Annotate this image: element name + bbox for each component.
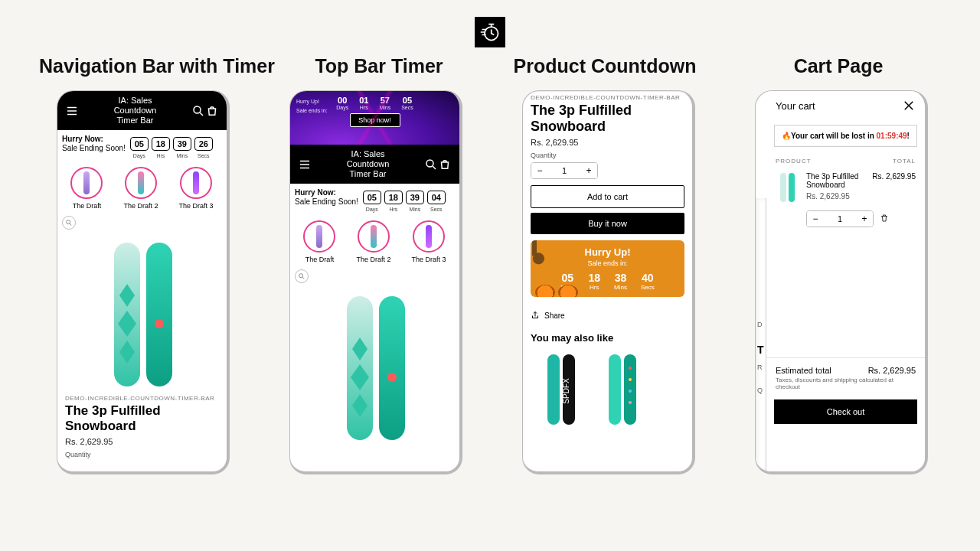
hamburger-icon[interactable] bbox=[65, 104, 79, 118]
recommendation-item[interactable]: SPDFX bbox=[546, 353, 577, 426]
timer-hrs: 18Hrs bbox=[152, 137, 170, 151]
timer-mins: 57Mins bbox=[379, 96, 390, 110]
cart-line-item: The 3p Fulfilled Snowboard Rs. 2,629.95 … bbox=[766, 168, 925, 207]
quantity-stepper[interactable]: − 1 + bbox=[806, 210, 874, 227]
phone-topbar-timer: Hurry Up!Sale ends in: 00Days 01Hrs 57Mi… bbox=[289, 90, 462, 474]
section-heading-product-countdown: Product Countdown bbox=[490, 55, 720, 77]
svg-point-22 bbox=[629, 367, 632, 370]
timer-hrs: 18Hrs bbox=[384, 191, 403, 204]
cart-item-title: The 3p Fulfilled Snowboard bbox=[806, 172, 866, 189]
phone-nav-timer: IA: Sales Countdown Timer Bar Hurry Now:… bbox=[57, 90, 230, 474]
timer-secs: 26Secs bbox=[194, 137, 213, 151]
countdown-text: Hurry Now:Sale Ending Soon! bbox=[62, 135, 126, 153]
qty-value: 1 bbox=[824, 211, 856, 227]
svg-point-16 bbox=[387, 373, 397, 382]
timer-mins: 38Mins bbox=[614, 272, 627, 291]
checkout-button[interactable]: Check out bbox=[774, 399, 917, 424]
svg-text:SPDFX: SPDFX bbox=[562, 378, 570, 404]
tree-decoration-icon bbox=[531, 240, 570, 266]
tax-note: Taxes, discounts and shipping calculated… bbox=[766, 377, 925, 396]
phone-cart-page: D T R Q Your cart 🔥Your cart will be los… bbox=[755, 90, 928, 474]
product-price: Rs. 2,629.95 bbox=[523, 136, 692, 148]
close-icon[interactable] bbox=[902, 99, 916, 112]
cart-icon[interactable] bbox=[438, 158, 452, 171]
page-behind-drawer: D T R Q bbox=[756, 198, 766, 471]
zoom-icon[interactable] bbox=[62, 216, 76, 230]
app-logo bbox=[475, 17, 505, 47]
promo-top-bar: Hurry Up!Sale ends in: 00Days 01Hrs 57Mi… bbox=[290, 91, 459, 145]
svg-rect-15 bbox=[379, 296, 405, 440]
share-icon bbox=[531, 311, 540, 320]
timer-mins: 39Mins bbox=[406, 191, 424, 204]
mobile-header: IA: SalesCountdownTimer Bar bbox=[290, 145, 459, 184]
timer-secs: 04Secs bbox=[427, 191, 446, 204]
section-heading-cart-page: Cart Page bbox=[766, 55, 911, 77]
cart-title: Your cart bbox=[776, 100, 815, 112]
timer-mins: 39Mins bbox=[173, 137, 191, 151]
qty-plus-button[interactable]: + bbox=[580, 163, 597, 178]
section-heading-topbar-timer: Top Bar Timer bbox=[291, 55, 467, 77]
svg-point-1 bbox=[194, 106, 201, 113]
mobile-header: IA: Sales Countdown Timer Bar bbox=[57, 91, 227, 130]
pumpkin-icon bbox=[558, 285, 578, 297]
svg-rect-17 bbox=[547, 354, 560, 425]
quantity-label: Quantity bbox=[523, 148, 692, 161]
share-button[interactable]: Share bbox=[523, 303, 692, 328]
hamburger-icon[interactable] bbox=[298, 158, 312, 171]
cart-timeout-alert: 🔥Your cart will be lost in 01:59:49! bbox=[774, 125, 917, 147]
zoom-icon[interactable] bbox=[295, 269, 309, 283]
product-title: The 3p Fulfilled Snowboard bbox=[57, 402, 227, 435]
svg-rect-27 bbox=[789, 173, 795, 202]
featured-item[interactable]: The Draft 3 bbox=[178, 167, 213, 210]
qty-plus-button[interactable]: + bbox=[856, 211, 873, 227]
timer-days: 05Days bbox=[130, 137, 149, 151]
recommendation-item[interactable] bbox=[607, 353, 638, 426]
buy-now-button[interactable]: Buy it now bbox=[531, 213, 684, 234]
phone-product-countdown: DEMO-INCREDIBLE-COUNTDOWN-TIMER-BAR The … bbox=[522, 90, 695, 474]
featured-item[interactable]: The Draft 2 bbox=[123, 167, 158, 210]
stopwatch-icon bbox=[479, 21, 501, 43]
featured-item[interactable]: The Draft bbox=[303, 220, 335, 263]
svg-point-10 bbox=[299, 274, 303, 278]
product-eyebrow: DEMO-INCREDIBLE-COUNTDOWN-TIMER-BAR bbox=[523, 91, 692, 101]
svg-point-24 bbox=[629, 390, 632, 393]
qty-minus-button[interactable]: − bbox=[807, 211, 824, 227]
cart-item-thumb[interactable] bbox=[776, 172, 800, 203]
featured-item[interactable]: The Draft 3 bbox=[411, 220, 446, 263]
quantity-label: Quantity bbox=[57, 448, 227, 460]
product-title: The 3p Fulfilled Snowboard bbox=[523, 101, 692, 136]
store-title: IA: Sales Countdown Timer Bar bbox=[83, 96, 187, 126]
featured-circles: The Draft The Draft 2 The Draft 3 bbox=[57, 155, 227, 211]
featured-item[interactable]: The Draft bbox=[70, 167, 103, 210]
cart-line-total: Rs. 2,629.95 bbox=[872, 172, 916, 203]
timer-secs: 05Secs bbox=[401, 96, 413, 110]
svg-rect-7 bbox=[146, 243, 172, 386]
cart-table-header: PRODUCTTOTAL bbox=[766, 152, 925, 168]
quantity-stepper[interactable]: − 1 + bbox=[531, 162, 598, 179]
store-title: IA: SalesCountdownTimer Bar bbox=[316, 149, 420, 179]
product-price: Rs. 2,629.95 bbox=[57, 435, 227, 448]
qty-value: 1 bbox=[548, 163, 580, 178]
qty-minus-button[interactable]: − bbox=[531, 163, 548, 178]
search-icon[interactable] bbox=[424, 158, 438, 171]
product-image[interactable] bbox=[290, 288, 459, 448]
add-to-cart-button[interactable]: Add to cart bbox=[531, 185, 684, 208]
cart-icon[interactable] bbox=[205, 104, 219, 118]
shop-now-button[interactable]: Shop now! bbox=[350, 113, 400, 127]
product-image[interactable] bbox=[57, 234, 227, 395]
svg-point-2 bbox=[67, 220, 70, 224]
featured-item[interactable]: The Draft 2 bbox=[356, 220, 390, 263]
promo-heading: Hurry Up!Sale ends in: bbox=[296, 97, 327, 116]
timer-secs: 40Secs bbox=[641, 272, 655, 291]
svg-rect-26 bbox=[780, 173, 786, 202]
product-eyebrow: DEMO-INCREDIBLE-COUNTDOWN-TIMER-BAR bbox=[57, 395, 227, 402]
product-countdown-banner: Hurry Up! Sale ends in: 05Days 18Hrs 38M… bbox=[531, 240, 684, 297]
recommendations-heading: You may also like bbox=[523, 328, 692, 348]
featured-circles: The Draft The Draft 2 The Draft 3 bbox=[290, 208, 459, 265]
pumpkin-icon bbox=[535, 285, 555, 297]
svg-point-9 bbox=[426, 160, 433, 167]
timer-hrs: 18Hrs bbox=[588, 272, 600, 291]
remove-item-button[interactable] bbox=[880, 212, 889, 226]
search-icon[interactable] bbox=[191, 104, 205, 118]
countdown-bar: Hurry Now:Sale Ending Soon! 05Days 18Hrs… bbox=[57, 130, 227, 155]
